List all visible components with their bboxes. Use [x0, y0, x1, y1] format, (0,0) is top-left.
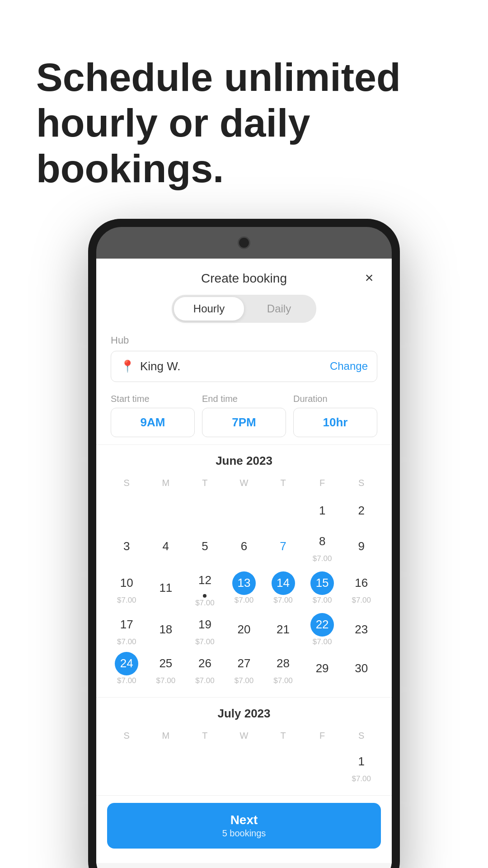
close-button[interactable]: × — [359, 268, 379, 288]
june-day-28[interactable]: 24$7.00 — [107, 649, 146, 688]
july-day-5 — [303, 747, 342, 786]
july-calendar: July 2023 S M T W T F S 1$7.00 — [96, 698, 392, 795]
time-section: Start time 9AM End time 7PM Duration 10h… — [96, 389, 392, 444]
weekday-jt2: T — [263, 728, 303, 744]
june-day-10[interactable]: 6 — [225, 527, 264, 566]
june-day-11[interactable]: 7 — [263, 527, 303, 566]
duration-field: Duration 10hr — [293, 394, 377, 437]
june-day-27[interactable]: 23 — [342, 610, 381, 649]
next-button[interactable]: Next 5 bookings — [107, 803, 381, 849]
phone-frame: Create booking × Hourly Daily Hub 📍 K — [88, 219, 400, 868]
hub-left: 📍 King W. — [120, 359, 181, 373]
end-time-field: End time 7PM — [202, 394, 286, 437]
june-day-0 — [107, 495, 146, 527]
duration-value[interactable]: 10hr — [293, 408, 377, 437]
july-day-3 — [225, 747, 264, 786]
day-dot — [203, 594, 206, 598]
close-icon: × — [365, 270, 374, 285]
june-grid: S M T W T F S 12345678$7.00910$7.001112$… — [107, 475, 381, 688]
june-title: June 2023 — [107, 454, 381, 468]
next-btn-sub: 5 bookings — [117, 828, 371, 839]
change-button[interactable]: Change — [330, 360, 368, 373]
modal-title: Create booking — [201, 271, 287, 286]
june-day-9[interactable]: 5 — [185, 527, 225, 566]
hub-label: Hub — [111, 335, 377, 346]
modal-header: Create booking × — [96, 259, 392, 286]
end-time-label: End time — [202, 394, 286, 404]
june-day-4 — [263, 495, 303, 527]
june-day-13[interactable]: 9 — [342, 527, 381, 566]
june-day-24[interactable]: 20 — [225, 610, 264, 649]
june-day-17[interactable]: 13$7.00 — [225, 566, 264, 610]
june-day-15[interactable]: 11 — [146, 566, 186, 610]
app-content: Create booking × Hourly Daily Hub 📍 K — [96, 259, 392, 863]
phone-bottom — [96, 863, 392, 868]
weekday-jt1: T — [185, 728, 225, 744]
tab-hourly[interactable]: Hourly — [174, 297, 244, 321]
june-day-3 — [225, 495, 264, 527]
tabs: Hourly Daily — [172, 295, 316, 323]
june-day-22[interactable]: 18 — [146, 610, 186, 649]
june-day-19[interactable]: 15$7.00 — [303, 566, 342, 610]
weekday-t1: T — [185, 475, 225, 491]
june-calendar: June 2023 S M T W T F S 12345678$7.00910… — [96, 445, 392, 697]
weekday-w1: W — [225, 475, 264, 491]
june-day-32[interactable]: 28$7.00 — [263, 649, 303, 688]
june-day-21[interactable]: 17$7.00 — [107, 610, 146, 649]
tab-daily[interactable]: Daily — [244, 297, 314, 321]
weekday-js2: S — [342, 728, 381, 744]
june-weekdays: S M T W T F S — [107, 475, 381, 491]
june-day-2 — [185, 495, 225, 527]
june-day-6[interactable]: 2 — [342, 495, 381, 527]
july-day-4 — [263, 747, 303, 786]
location-icon: 📍 — [120, 359, 135, 373]
july-weekdays: S M T W T F S — [107, 728, 381, 744]
june-days: 12345678$7.00910$7.001112$7.0013$7.0014$… — [107, 495, 381, 688]
phone-top-bar — [96, 227, 392, 259]
june-day-8[interactable]: 4 — [146, 527, 186, 566]
weekday-f1: F — [303, 475, 342, 491]
june-day-31[interactable]: 27$7.00 — [225, 649, 264, 688]
phone-camera — [238, 236, 250, 249]
start-time-label: Start time — [111, 394, 195, 404]
weekday-t2: T — [263, 475, 303, 491]
july-day-0 — [107, 747, 146, 786]
july-grid: S M T W T F S 1$7.00 — [107, 728, 381, 786]
june-day-16[interactable]: 12$7.00 — [185, 566, 225, 610]
bottom-btn-container: Next 5 bookings — [96, 795, 392, 863]
headline: Schedule unlimited hourly or daily booki… — [0, 0, 488, 219]
start-time-value[interactable]: 9AM — [111, 408, 195, 437]
next-btn-label: Next — [117, 813, 371, 827]
june-day-23[interactable]: 19$7.00 — [185, 610, 225, 649]
june-day-29[interactable]: 25$7.00 — [146, 649, 186, 688]
weekday-jw1: W — [225, 728, 264, 744]
july-days: 1$7.00 — [107, 747, 381, 786]
june-day-1 — [146, 495, 186, 527]
hub-name: King W. — [140, 359, 181, 373]
june-day-18[interactable]: 14$7.00 — [263, 566, 303, 610]
weekday-s1: S — [107, 475, 146, 491]
hub-input[interactable]: 📍 King W. Change — [111, 351, 377, 382]
july-day-1 — [146, 747, 186, 786]
hub-section: Hub 📍 King W. Change — [96, 330, 392, 389]
weekday-js1: S — [107, 728, 146, 744]
june-day-20[interactable]: 16$7.00 — [342, 566, 381, 610]
headline-text: Schedule unlimited hourly or daily booki… — [36, 54, 452, 192]
tabs-container: Hourly Daily — [96, 286, 392, 330]
start-time-field: Start time 9AM — [111, 394, 195, 437]
june-day-34[interactable]: 30 — [342, 649, 381, 688]
july-title: July 2023 — [107, 707, 381, 721]
end-time-value[interactable]: 7PM — [202, 408, 286, 437]
weekday-jf1: F — [303, 728, 342, 744]
june-day-33[interactable]: 29 — [303, 649, 342, 688]
june-day-5[interactable]: 1 — [303, 495, 342, 527]
duration-label: Duration — [293, 394, 377, 404]
june-day-25[interactable]: 21 — [263, 610, 303, 649]
june-day-12[interactable]: 8$7.00 — [303, 527, 342, 566]
june-day-7[interactable]: 3 — [107, 527, 146, 566]
june-day-30[interactable]: 26$7.00 — [185, 649, 225, 688]
june-day-14[interactable]: 10$7.00 — [107, 566, 146, 610]
june-day-26[interactable]: 22$7.00 — [303, 610, 342, 649]
july-day-6[interactable]: 1$7.00 — [342, 747, 381, 786]
weekday-jm1: M — [146, 728, 186, 744]
